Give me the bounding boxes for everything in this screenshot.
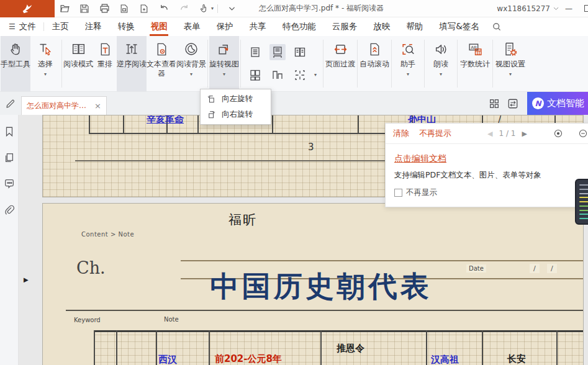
- menu-convert[interactable]: 转换: [110, 17, 143, 36]
- rotate-left-icon: [207, 94, 216, 104]
- comments-icon[interactable]: [4, 178, 15, 189]
- assistant-button[interactable]: 助手▾: [393, 36, 423, 91]
- no-remind-button[interactable]: 不再提示: [419, 128, 451, 139]
- pager-count: 1 / 1: [499, 129, 515, 138]
- read-mode-button[interactable]: 阅读模式: [63, 36, 93, 91]
- user-account[interactable]: wx118615277: [497, 4, 559, 13]
- expand-panel-arrow[interactable]: ▶: [24, 276, 29, 283]
- facing-page-mode-icon[interactable]: [292, 44, 308, 60]
- ai-assistant-button[interactable]: N 文档智能: [527, 92, 588, 115]
- ribbon-separator: [424, 40, 425, 88]
- document-tab[interactable]: 怎么面对高中学习... ×: [21, 96, 107, 115]
- menu-fill-sign[interactable]: 填写&签名: [431, 17, 487, 36]
- menu-cloud[interactable]: 云服务: [324, 17, 366, 36]
- menu-protect[interactable]: 保护: [209, 17, 242, 36]
- attachment-icon[interactable]: [4, 204, 15, 215]
- dont-show-checkbox[interactable]: [394, 189, 402, 197]
- facing-continuous-mode-icon[interactable]: [247, 67, 263, 83]
- menu-features[interactable]: 特色功能: [274, 17, 324, 36]
- ruled-line: [181, 260, 583, 261]
- pager-next-icon[interactable]: ▶: [522, 130, 527, 138]
- pdf-page-2[interactable]: 福昕 Content > Note Ch. Date / / 中国历史朝代表 K…: [42, 203, 584, 365]
- reflow-button[interactable]: 重排: [93, 36, 117, 91]
- clear-button[interactable]: 清除: [393, 128, 409, 139]
- table-line: [94, 330, 584, 332]
- rotate-view-dropdown: 向左旋转 向右旋转: [200, 89, 271, 125]
- edit-document-link[interactable]: 点击编辑文档: [394, 153, 446, 164]
- print-icon[interactable]: [97, 2, 111, 16]
- rotate-right-item[interactable]: 向右旋转: [201, 107, 271, 122]
- split-view-caret-icon[interactable]: ▾: [314, 72, 317, 78]
- reflow-label: 重排: [94, 60, 115, 69]
- doc-brand: 福昕: [206, 211, 280, 228]
- menu-home[interactable]: 主页: [44, 17, 77, 36]
- table-line: [209, 330, 210, 365]
- text-viewer-button[interactable]: 文本查看器: [147, 36, 176, 91]
- maximize-button[interactable]: [578, 1, 588, 16]
- rotate-view-button[interactable]: 旋转视图▾: [209, 36, 239, 91]
- hand-tool-button[interactable]: 手型工具: [1, 36, 30, 91]
- ribbon-separator: [207, 40, 208, 88]
- foxit-logo[interactable]: [0, 0, 55, 17]
- open-book-icon: [71, 40, 86, 58]
- target-settings-icon[interactable]: [553, 128, 563, 138]
- export-page-icon[interactable]: [117, 2, 131, 16]
- page-transition-icon: [333, 40, 348, 58]
- floating-side-widget[interactable]: [575, 179, 588, 225]
- auto-scroll-icon: [368, 40, 382, 58]
- switch-tab-button[interactable]: [505, 96, 520, 111]
- minimize-button[interactable]: —: [559, 1, 578, 16]
- notification-pager: ◀ 1 / 1 ▶: [487, 129, 527, 138]
- reverse-read-button[interactable]: 逆序阅读: [117, 36, 147, 91]
- read-background-button[interactable]: 阅读背景▾: [176, 36, 206, 91]
- separate-cover-mode-icon[interactable]: [269, 67, 286, 83]
- collapse-icon[interactable]: [578, 128, 588, 138]
- search-button[interactable]: [489, 19, 505, 35]
- touch-mode-caret-icon[interactable]: ▾: [211, 6, 214, 11]
- tab-bar: 怎么面对高中学习... × N 文档智能: [0, 92, 588, 115]
- menu-form[interactable]: 表单: [176, 17, 209, 36]
- menu-present[interactable]: 放映: [365, 17, 398, 36]
- menu-comment[interactable]: 注释: [77, 17, 110, 36]
- word-count-button[interactable]: AB 字数统计: [459, 36, 491, 91]
- select-button[interactable]: 选择▾: [30, 36, 60, 91]
- open-file-icon[interactable]: [58, 2, 71, 16]
- page-transition-button[interactable]: 页面过渡: [325, 36, 356, 91]
- touch-mode-icon[interactable]: [197, 2, 210, 16]
- cell-founder: 汉高祖: [431, 354, 459, 365]
- tab-close-icon[interactable]: ×: [94, 101, 101, 110]
- pages-icon[interactable]: [4, 152, 15, 163]
- pager-prev-icon[interactable]: ◀: [487, 130, 492, 138]
- widget-stripe: [579, 201, 588, 202]
- redo-icon[interactable]: [177, 2, 191, 16]
- view-settings-button[interactable]: 视图设置▾: [494, 36, 527, 91]
- menu-fill-sign-label: 填写&签名: [439, 21, 479, 32]
- menu-features-label: 特色功能: [283, 21, 316, 32]
- auto-scroll-button[interactable]: 自动滚动: [359, 36, 390, 91]
- bookmark-icon[interactable]: [4, 126, 15, 137]
- split-view-icon[interactable]: [292, 67, 308, 83]
- save-icon[interactable]: [78, 2, 91, 16]
- undo-icon[interactable]: [157, 2, 171, 16]
- ribbon-separator: [357, 40, 358, 88]
- quick-access-chevron-icon[interactable]: [225, 2, 238, 16]
- annotate-pencil-button[interactable]: [0, 98, 21, 109]
- menu-share[interactable]: 共享: [242, 17, 274, 36]
- text-viewer-icon: [155, 40, 169, 58]
- menu-help[interactable]: 帮助: [398, 17, 431, 36]
- continuous-page-mode-icon[interactable]: [269, 44, 286, 60]
- notification-description: 支持编辑PDF文档文本、图片、表单等对象: [394, 170, 586, 181]
- menu-view[interactable]: 视图: [143, 17, 176, 36]
- read-mode-label: 阅读模式: [63, 60, 93, 69]
- menu-file[interactable]: ☰ 文件: [0, 21, 43, 32]
- doc-link-revolution[interactable]: 辛亥革命: [147, 115, 184, 125]
- search-icon: [492, 22, 502, 32]
- table-line: [123, 115, 124, 133]
- thumbnail-grid-button[interactable]: [487, 96, 502, 111]
- rotate-left-item[interactable]: 向左旋转: [201, 91, 271, 107]
- read-aloud-button[interactable]: 朗读▾: [426, 36, 456, 91]
- new-page-icon[interactable]: [137, 2, 151, 16]
- dont-show-option[interactable]: 不再显示: [394, 187, 586, 198]
- menu-comment-label: 注释: [85, 21, 102, 32]
- single-page-mode-icon[interactable]: [247, 44, 263, 60]
